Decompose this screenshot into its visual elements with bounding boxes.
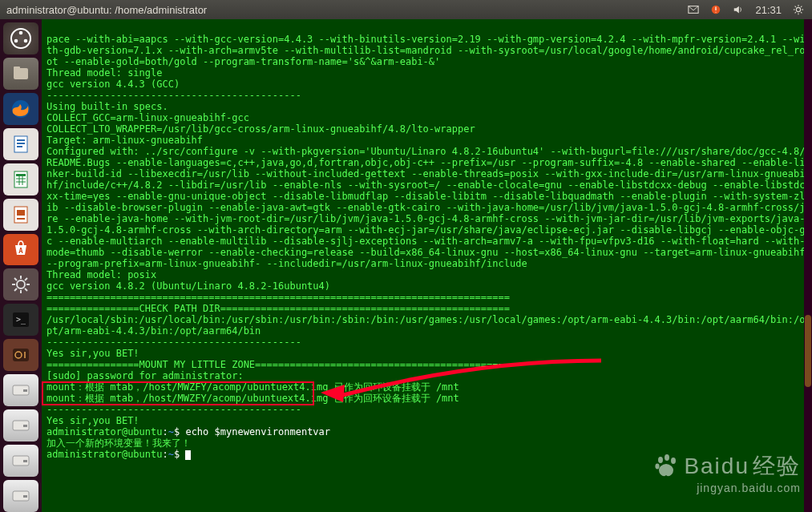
out-line: Configured with: ../src/configure -v --w… [46,146,811,269]
launcher-settings[interactable] [3,268,38,300]
svg-rect-29 [17,210,25,216]
launcher-disk-4[interactable] [3,480,38,512]
out-line: gcc version 4.4.3 (GCC) [46,79,180,90]
svg-line-38 [25,288,27,291]
svg-line-7 [795,6,796,7]
launcher-software-center[interactable]: A [3,234,38,266]
svg-line-39 [14,288,17,291]
svg-rect-23 [16,174,26,176]
out-line: mount：根据 mtab，/host/MWZFY/acomp/ubuntuex… [46,393,459,404]
launcher-writer[interactable] [3,128,38,160]
out-line: Yes sir,you BET! [46,415,139,426]
svg-text:A: A [18,247,23,255]
out-line: [sudo] password for administrator: [46,370,244,381]
svg-rect-52 [23,495,27,498]
window-title: administrator@ubuntu: /home/administrato… [6,4,207,16]
svg-point-12 [19,31,23,35]
svg-line-8 [801,12,802,13]
clock[interactable]: 21:31 [755,4,782,16]
watermark-brand-cn: 经验 [753,451,801,482]
out-line: ----------------------------------------… [46,90,301,101]
mail-icon[interactable] [688,4,699,15]
svg-rect-19 [17,139,25,141]
paw-icon [652,452,681,481]
out-line: Thread model: single [46,67,163,79]
updates-icon[interactable] [710,4,721,15]
out-line: gcc version 4.8.2 (Ubuntu/Linaro 4.8.2-1… [46,280,330,292]
svg-line-40 [25,278,27,280]
launcher-disk-2[interactable] [3,409,38,441]
svg-line-9 [795,12,796,13]
svg-point-55 [671,458,676,464]
out-line: ================CHECK PATH DIR==========… [46,303,510,314]
launcher-files[interactable] [3,58,38,90]
watermark-brand-en: Baidu [684,454,749,479]
watermark-url: jingyan.baidu.com [652,482,801,494]
out-line: Using built-in specs. [46,101,168,112]
launcher-impress[interactable] [3,199,38,231]
launcher-calc[interactable] [3,163,38,196]
out-line: COLLECT_GCC=arm-linux-gnueabihf-gcc [46,112,249,123]
out-line: /usr/local/sbin:/usr/local/bin:/usr/sbin… [46,314,805,337]
launcher-firefox[interactable] [3,93,38,125]
prompt-line: administrator@ubuntu:~$ echo $mynewenvir… [46,426,330,437]
out-line: ================MOUNT MY LITTLE ZONE====… [46,359,510,370]
system-tray: 21:31 [688,4,812,16]
svg-line-37 [14,278,17,280]
out-line: 加入一个新的环境变量！我来了！ [46,437,191,449]
command-text: echo $mynewenvironmentvar [185,426,330,437]
prompt-path: ~ [168,426,174,437]
svg-point-32 [17,280,25,288]
launcher-dash[interactable] [3,22,38,54]
terminal-output[interactable]: pace --with-abi=aapcs --with-gcc-version… [42,19,812,512]
launcher-disk-1[interactable] [3,374,38,406]
svg-point-53 [658,457,663,463]
svg-text:>_: >_ [16,315,26,325]
prompt-path: ~ [168,449,174,460]
scrollbar-thumb[interactable] [805,315,811,387]
svg-point-14 [24,39,28,43]
unity-launcher: A >_ [0,19,42,512]
out-line: ----------------------------------------… [46,404,301,415]
prompt-user: administrator@ubuntu [46,426,163,437]
svg-point-54 [665,454,669,461]
out-line: pace --with-abi=aapcs --with-gcc-version… [46,34,805,67]
launcher-disk-3[interactable] [3,445,38,477]
svg-line-10 [801,6,802,7]
prompt-user: administrator@ubuntu [46,449,163,460]
out-line: Target: arm-linux-gnueabihf [46,135,203,146]
svg-point-2 [796,7,800,11]
launcher-media[interactable] [3,339,38,371]
svg-rect-50 [23,460,27,462]
svg-rect-20 [17,143,25,144]
volume-icon[interactable] [733,4,744,15]
svg-rect-21 [17,146,22,147]
out-line: ========================================… [46,292,510,303]
prompt-line: administrator@ubuntu:~$ [46,449,191,460]
svg-rect-30 [17,218,25,220]
svg-rect-16 [14,67,20,70]
svg-rect-46 [23,389,27,392]
out-line: Yes sir,you BET! [46,348,139,359]
cursor [185,450,191,460]
window-titlebar: administrator@ubuntu: /home/administrato… [0,0,812,19]
out-line: Thread model: posix [46,269,156,280]
svg-point-56 [656,464,660,470]
svg-rect-48 [23,425,27,427]
out-line: mount：根据 mtab，/host/MWZFY/acomp/ubuntuex… [46,381,459,393]
svg-point-13 [14,39,18,43]
terminal-scrollbar[interactable] [804,19,812,512]
watermark: Baidu经验 jingyan.baidu.com [652,451,801,494]
gear-icon[interactable] [793,4,804,15]
out-line: COLLECT_LTO_WRAPPER=/usr/lib/gcc-cross/a… [46,123,475,135]
out-line: ----------------------------------------… [46,337,301,348]
svg-rect-15 [14,68,28,79]
launcher-terminal[interactable]: >_ [3,304,38,336]
